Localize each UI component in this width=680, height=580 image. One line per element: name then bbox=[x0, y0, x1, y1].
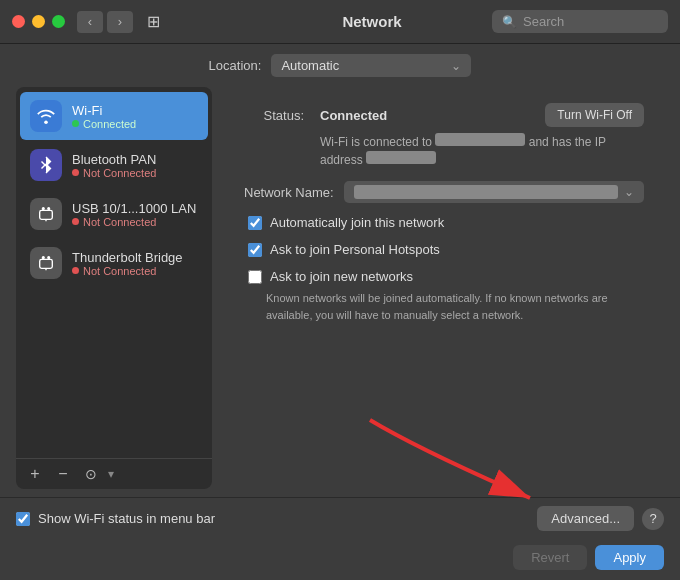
status-dot-red-usb bbox=[72, 218, 79, 225]
bt-status-text: Not Connected bbox=[83, 167, 156, 179]
ip-blurred bbox=[366, 151, 436, 164]
status-value: Connected bbox=[320, 108, 387, 123]
location-select[interactable]: Automatic ⌄ bbox=[271, 54, 471, 77]
chevron-down-icon: ⌄ bbox=[451, 59, 461, 73]
revert-button[interactable]: Revert bbox=[513, 545, 587, 570]
apply-button[interactable]: Apply bbox=[595, 545, 664, 570]
sidebar-tb-text: Thunderbolt Bridge Not Connected bbox=[72, 250, 183, 277]
search-box: 🔍 bbox=[492, 10, 668, 33]
action-buttons: Revert Apply bbox=[0, 539, 680, 580]
location-value: Automatic bbox=[281, 58, 443, 73]
help-button[interactable]: ? bbox=[642, 508, 664, 530]
status-desc-text1: Wi-Fi is connected to bbox=[320, 135, 432, 149]
nav-buttons: ‹ › bbox=[77, 11, 133, 33]
network-name-chevron-icon: ⌄ bbox=[624, 185, 634, 199]
sidebar-bt-status: Not Connected bbox=[72, 167, 156, 179]
sidebar-wifi-text: Wi-Fi Connected bbox=[72, 103, 136, 130]
main-content: Location: Automatic ⌄ bbox=[0, 44, 680, 580]
show-wifi-label: Show Wi-Fi status in menu bar bbox=[38, 511, 215, 526]
status-label: Status: bbox=[244, 108, 304, 123]
turn-wifi-off-button[interactable]: Turn Wi-Fi Off bbox=[545, 103, 644, 127]
status-dot-green bbox=[72, 120, 79, 127]
sidebar-usb-status: Not Connected bbox=[72, 216, 196, 228]
network-name-row: Network Name: ⌄ bbox=[244, 181, 644, 203]
sidebar-item-thunderbolt[interactable]: Thunderbolt Bridge Not Connected bbox=[20, 239, 208, 287]
svg-point-4 bbox=[48, 208, 50, 210]
forward-button[interactable]: › bbox=[107, 11, 133, 33]
new-networks-checkbox[interactable] bbox=[248, 270, 262, 284]
location-bar: Location: Automatic ⌄ bbox=[0, 44, 680, 87]
location-label: Location: bbox=[209, 58, 262, 73]
svg-line-1 bbox=[42, 164, 47, 169]
ssid-blurred bbox=[435, 133, 525, 146]
status-desc-text2: address bbox=[320, 153, 363, 167]
sidebar-usb-text: USB 10/1...1000 LAN Not Connected bbox=[72, 201, 196, 228]
wifi-status-text: Connected bbox=[83, 118, 136, 130]
thunderbolt-icon bbox=[30, 247, 62, 279]
status-dot-red-tb bbox=[72, 267, 79, 274]
auto-join-label: Automatically join this network bbox=[270, 215, 444, 230]
status-dot-red-bt bbox=[72, 169, 79, 176]
show-wifi-checkbox[interactable] bbox=[16, 512, 30, 526]
personal-hotspot-label: Ask to join Personal Hotspots bbox=[270, 242, 440, 257]
detail-panel: Status: Connected Turn Wi-Fi Off Wi-Fi i… bbox=[224, 87, 664, 489]
remove-network-button[interactable]: − bbox=[50, 463, 76, 485]
body-area: Wi-Fi Connected bbox=[0, 87, 680, 497]
sidebar-list: Wi-Fi Connected bbox=[16, 87, 212, 458]
svg-point-3 bbox=[42, 208, 44, 210]
sidebar-bt-name: Bluetooth PAN bbox=[72, 152, 156, 167]
sidebar-tb-status: Not Connected bbox=[72, 265, 183, 277]
svg-rect-2 bbox=[40, 210, 53, 219]
checkbox-new-networks: Ask to join new networks bbox=[248, 269, 644, 284]
wifi-icon bbox=[30, 100, 62, 132]
tb-status-text: Not Connected bbox=[83, 265, 156, 277]
svg-rect-5 bbox=[40, 259, 53, 268]
sidebar: Wi-Fi Connected bbox=[16, 87, 212, 489]
svg-point-6 bbox=[42, 257, 44, 259]
status-row: Status: Connected Turn Wi-Fi Off bbox=[244, 103, 644, 127]
settings-chevron: ▾ bbox=[108, 467, 114, 481]
minimize-button[interactable] bbox=[32, 15, 45, 28]
usb-status-text: Not Connected bbox=[83, 216, 156, 228]
sidebar-item-wifi[interactable]: Wi-Fi Connected bbox=[20, 92, 208, 140]
usb-icon bbox=[30, 198, 62, 230]
status-desc-and: and has the IP bbox=[529, 135, 606, 149]
grid-button[interactable]: ⊞ bbox=[143, 8, 164, 35]
sidebar-wifi-status: Connected bbox=[72, 118, 136, 130]
sidebar-item-usb[interactable]: USB 10/1...1000 LAN Not Connected bbox=[20, 190, 208, 238]
bottom-bar: Show Wi-Fi status in menu bar Advanced..… bbox=[0, 497, 680, 539]
new-networks-sub: Known networks will be joined automatica… bbox=[266, 290, 644, 323]
add-network-button[interactable]: + bbox=[22, 463, 48, 485]
sidebar-bt-text: Bluetooth PAN Not Connected bbox=[72, 152, 156, 179]
search-icon: 🔍 bbox=[502, 15, 517, 29]
checkbox-auto-join: Automatically join this network bbox=[248, 215, 644, 230]
bluetooth-icon bbox=[30, 149, 62, 181]
checkbox-hotspot: Ask to join Personal Hotspots bbox=[248, 242, 644, 257]
sidebar-footer: + − ⊙ ▾ bbox=[16, 458, 212, 489]
auto-join-checkbox[interactable] bbox=[248, 216, 262, 230]
back-button[interactable]: ‹ bbox=[77, 11, 103, 33]
settings-button[interactable]: ⊙ bbox=[78, 463, 104, 485]
maximize-button[interactable] bbox=[52, 15, 65, 28]
sidebar-tb-name: Thunderbolt Bridge bbox=[72, 250, 183, 265]
traffic-lights bbox=[12, 15, 65, 28]
sidebar-wifi-name: Wi-Fi bbox=[72, 103, 136, 118]
personal-hotspot-checkbox[interactable] bbox=[248, 243, 262, 257]
checkbox-new-networks-wrapper: Ask to join new networks Known networks … bbox=[244, 269, 644, 323]
search-input[interactable] bbox=[523, 14, 658, 29]
titlebar: ‹ › ⊞ Network 🔍 bbox=[0, 0, 680, 44]
show-wifi-row: Show Wi-Fi status in menu bar bbox=[16, 511, 529, 526]
sidebar-usb-name: USB 10/1...1000 LAN bbox=[72, 201, 196, 216]
advanced-button[interactable]: Advanced... bbox=[537, 506, 634, 531]
svg-point-7 bbox=[48, 257, 50, 259]
network-name-blurred bbox=[354, 185, 618, 199]
close-button[interactable] bbox=[12, 15, 25, 28]
network-name-select[interactable]: ⌄ bbox=[344, 181, 644, 203]
network-name-label: Network Name: bbox=[244, 185, 334, 200]
status-description: Wi-Fi is connected to and has the IP add… bbox=[320, 133, 644, 169]
sidebar-item-bluetooth[interactable]: Bluetooth PAN Not Connected bbox=[20, 141, 208, 189]
new-networks-label: Ask to join new networks bbox=[270, 269, 413, 284]
